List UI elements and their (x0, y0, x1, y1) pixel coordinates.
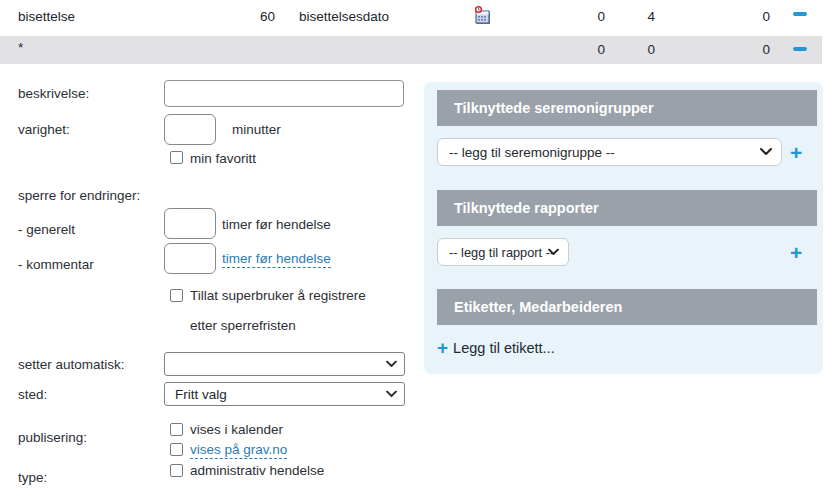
legg-til-etikett-button[interactable]: + Legg til etikett... (437, 338, 555, 357)
table-row[interactable]: bisettelse 60 bisettelsesdato 0 4 0 (0, 0, 822, 34)
legg-til-rapport-select[interactable]: -- legg til rapport -- (437, 238, 569, 266)
administrativ-hendelse-checkbox[interactable] (170, 464, 183, 477)
vises-i-kalender-checkbox[interactable] (170, 423, 183, 436)
sperre-label: sperre for endringer: (18, 188, 140, 203)
row-count: 0 (740, 42, 770, 57)
vises-pa-gravno-link[interactable]: vises på grav.no (190, 442, 287, 459)
row-duration: 60 (230, 9, 275, 24)
minutter-label: minutter (232, 122, 281, 137)
calendar-clock-icon[interactable] (472, 5, 494, 27)
min-favoritt-checkbox[interactable] (170, 151, 183, 164)
vises-i-kalender-label: vises i kalender (190, 422, 283, 437)
row-count: 4 (625, 9, 655, 24)
beskrivelse-input[interactable] (164, 80, 404, 107)
administrativ-hendelse-label: administrativ hendelse (190, 463, 324, 478)
legg-til-seremonigruppe-select[interactable]: -- legg til seremonigruppe -- (437, 138, 782, 166)
generelt-input[interactable] (164, 208, 216, 239)
plus-icon: + (437, 338, 448, 357)
row-name: * (18, 40, 23, 55)
rapporter-header: Tilknyttede rapporter (437, 190, 817, 226)
type-label: type: (18, 470, 47, 485)
superbruker-checkbox[interactable] (170, 289, 183, 302)
vises-pa-gravno-checkbox[interactable] (170, 443, 183, 456)
linked-items-panel: Tilknyttede seremonigrupper -- legg til … (424, 82, 823, 374)
setter-automatisk-select[interactable] (164, 352, 405, 376)
sted-value: Fritt valg (175, 387, 227, 402)
kommentar-label: - kommentar (18, 257, 94, 272)
generelt-label: - generelt (18, 222, 75, 237)
superbruker-label-line1: Tillat superbruker å registrere (190, 288, 366, 303)
rapport-select-value: -- legg til rapport -- (449, 245, 554, 260)
row-count: 0 (740, 9, 770, 24)
row-name: bisettelse (18, 9, 75, 24)
generelt-suffix-label: timer før hendelse (222, 217, 331, 232)
remove-row-icon[interactable] (793, 47, 807, 51)
setter-automatisk-label: setter automatisk: (18, 357, 125, 372)
add-rapport-button[interactable]: + (790, 242, 802, 263)
seremonigruppe-select-value: -- legg til seremonigruppe -- (449, 145, 615, 160)
sted-label: sted: (18, 387, 47, 402)
row-count: 0 (570, 42, 605, 57)
legg-til-etikett-label: Legg til etikett... (453, 340, 555, 356)
etiketter-header: Etiketter, Medarbeideren (437, 289, 817, 325)
row-count: 0 (625, 42, 655, 57)
varighet-input[interactable] (164, 114, 216, 145)
chevron-down-icon (548, 249, 559, 256)
chevron-down-icon (386, 361, 397, 368)
beskrivelse-label: beskrivelse: (18, 86, 89, 101)
row-count: 0 (570, 9, 605, 24)
chevron-down-icon (760, 148, 772, 156)
row-date-field: bisettelsesdato (299, 9, 389, 24)
superbruker-label-line2: etter sperrefristen (190, 318, 296, 333)
event-type-settings-page: bisettelse 60 bisettelsesdato 0 4 0 * 0 (0, 0, 827, 491)
sted-select[interactable]: Fritt valg (164, 382, 405, 406)
etiketter-title: Etiketter, Medarbeideren (454, 299, 622, 315)
kommentar-suffix-link[interactable]: timer før hendelse (222, 251, 331, 268)
rapporter-title: Tilknyttede rapporter (454, 200, 599, 216)
publisering-label: publisering: (18, 430, 87, 445)
table-row-selected[interactable]: * 0 0 0 (0, 36, 822, 64)
kommentar-input[interactable] (164, 243, 216, 274)
varighet-label: varighet: (18, 122, 70, 137)
add-seremonigruppe-button[interactable]: + (790, 142, 802, 163)
chevron-down-icon (386, 391, 397, 398)
seremonigrupper-title: Tilknyttede seremonigrupper (454, 100, 654, 116)
seremonigrupper-header: Tilknyttede seremonigrupper (437, 90, 817, 126)
min-favoritt-label: min favoritt (190, 151, 256, 166)
remove-row-icon[interactable] (793, 12, 807, 16)
